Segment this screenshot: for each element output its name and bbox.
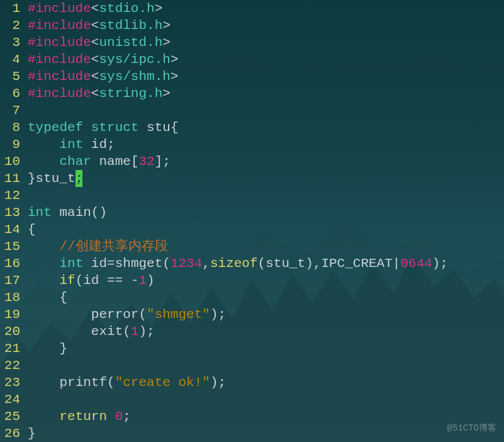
code-content[interactable]: printf("create ok!");: [28, 374, 504, 391]
code-content[interactable]: int main(): [28, 204, 504, 221]
token-op: [138, 120, 147, 135]
token-op: [107, 409, 115, 424]
token-op: ,: [202, 256, 210, 271]
token-op: [28, 307, 91, 322]
code-content[interactable]: int id;: [28, 136, 504, 153]
code-content[interactable]: #include<sys/shm.h>: [28, 68, 504, 85]
token-ident: stu_t: [36, 171, 76, 186]
token-op: [123, 273, 131, 288]
code-line[interactable]: 15 //创建共享内存段: [0, 238, 504, 255]
code-content[interactable]: [28, 102, 504, 119]
code-content[interactable]: #include<sys/ipc.h>: [28, 51, 504, 68]
line-number: 21: [0, 340, 28, 357]
code-line[interactable]: 2#include<stdlib.h>: [0, 17, 504, 34]
line-number: 26: [0, 425, 28, 442]
token-op: ;: [147, 324, 155, 339]
line-number: 19: [0, 306, 28, 323]
code-line[interactable]: 13int main(): [0, 204, 504, 221]
token-header-name: stdlib.h: [99, 18, 162, 33]
code-content[interactable]: }stu_t;: [28, 170, 504, 187]
code-line[interactable]: 8typedef struct stu{: [0, 119, 504, 136]
token-angle: <: [91, 52, 99, 67]
token-ident: stu: [147, 120, 171, 135]
code-content[interactable]: int id=shmget(1234,sizeof(stu_t),IPC_CRE…: [28, 255, 504, 272]
code-line[interactable]: 1#include<stdio.h>: [0, 0, 504, 17]
line-number: 7: [0, 102, 28, 119]
token-op: ;: [123, 409, 131, 424]
token-return-kw: return: [59, 409, 107, 424]
token-func-call: exit: [91, 324, 123, 339]
code-line[interactable]: 11}stu_t;: [0, 170, 504, 187]
code-line[interactable]: 22: [0, 357, 504, 374]
code-content[interactable]: exit(1);: [28, 323, 504, 340]
token-op: [28, 239, 59, 254]
code-line[interactable]: 26}: [0, 425, 504, 442]
code-line[interactable]: 21 }: [0, 340, 504, 357]
code-content[interactable]: [28, 357, 504, 374]
token-op: [28, 256, 59, 271]
code-content[interactable]: #include<stdlib.h>: [28, 17, 504, 34]
line-number: 25: [0, 408, 28, 425]
token-ident: IPC_CREAT: [321, 256, 392, 271]
token-paren: (: [107, 375, 115, 390]
code-line[interactable]: 20 exit(1);: [0, 323, 504, 340]
code-line[interactable]: 24: [0, 391, 504, 408]
token-num: 1: [139, 273, 147, 288]
token-preproc: #include: [28, 1, 91, 16]
code-line[interactable]: 6#include<string.h>: [0, 85, 504, 102]
token-angle: >: [162, 18, 171, 33]
code-line[interactable]: 25 return 0;: [0, 408, 504, 425]
code-line[interactable]: 18 {: [0, 289, 504, 306]
token-op: [28, 154, 59, 169]
token-brace: }: [28, 171, 36, 186]
code-content[interactable]: #include<stdio.h>: [28, 0, 504, 17]
token-op: [28, 137, 59, 152]
code-line[interactable]: 10 char name[32];: [0, 153, 504, 170]
code-line[interactable]: 17 if(id == -1): [0, 272, 504, 289]
code-content[interactable]: #include<unistd.h>: [28, 34, 504, 51]
token-paren: ): [210, 307, 218, 322]
line-number: 14: [0, 221, 28, 238]
code-content[interactable]: }: [28, 425, 504, 442]
code-content[interactable]: return 0;: [28, 408, 504, 425]
token-preproc: #include: [28, 18, 91, 33]
token-op: ;: [218, 375, 227, 390]
token-op: [28, 341, 59, 356]
code-content[interactable]: [28, 391, 504, 408]
code-line[interactable]: 16 int id=shmget(1234,sizeof(stu_t),IPC_…: [0, 255, 504, 272]
code-content[interactable]: typedef struct stu{: [28, 119, 504, 136]
token-op: |: [393, 256, 401, 271]
code-content[interactable]: {: [28, 289, 504, 306]
code-content[interactable]: if(id == -1): [28, 272, 504, 289]
code-line[interactable]: 14{: [0, 221, 504, 238]
token-type: int: [28, 205, 52, 220]
code-content[interactable]: }: [28, 340, 504, 357]
code-content[interactable]: //创建共享内存段: [28, 238, 504, 255]
token-preproc: #include: [28, 69, 91, 84]
token-op: [83, 137, 91, 152]
code-line[interactable]: 9 int id;: [0, 136, 504, 153]
token-paren: (: [162, 256, 171, 271]
code-editor[interactable]: 1#include<stdio.h>2#include<stdlib.h>3#i…: [0, 0, 504, 442]
code-content[interactable]: perror("shmget");: [28, 306, 504, 323]
token-header-name: stdio.h: [99, 1, 154, 16]
code-line[interactable]: 12: [0, 187, 504, 204]
code-content[interactable]: {: [28, 221, 504, 238]
line-number: 3: [0, 34, 28, 51]
token-angle: <: [91, 35, 99, 50]
token-header-name: unistd.h: [99, 35, 162, 50]
token-op: [28, 375, 59, 390]
token-angle: >: [155, 1, 163, 16]
code-line[interactable]: 23 printf("create ok!");: [0, 374, 504, 391]
token-type: int: [59, 256, 83, 271]
code-line[interactable]: 4#include<sys/ipc.h>: [0, 51, 504, 68]
line-number: 8: [0, 119, 28, 136]
code-content[interactable]: char name[32];: [28, 153, 504, 170]
code-line[interactable]: 7: [0, 102, 504, 119]
line-number: 15: [0, 238, 28, 255]
code-line[interactable]: 3#include<unistd.h>: [0, 34, 504, 51]
code-content[interactable]: #include<string.h>: [28, 85, 504, 102]
code-line[interactable]: 5#include<sys/shm.h>: [0, 68, 504, 85]
code-line[interactable]: 19 perror("shmget");: [0, 306, 504, 323]
code-content[interactable]: [28, 187, 504, 204]
